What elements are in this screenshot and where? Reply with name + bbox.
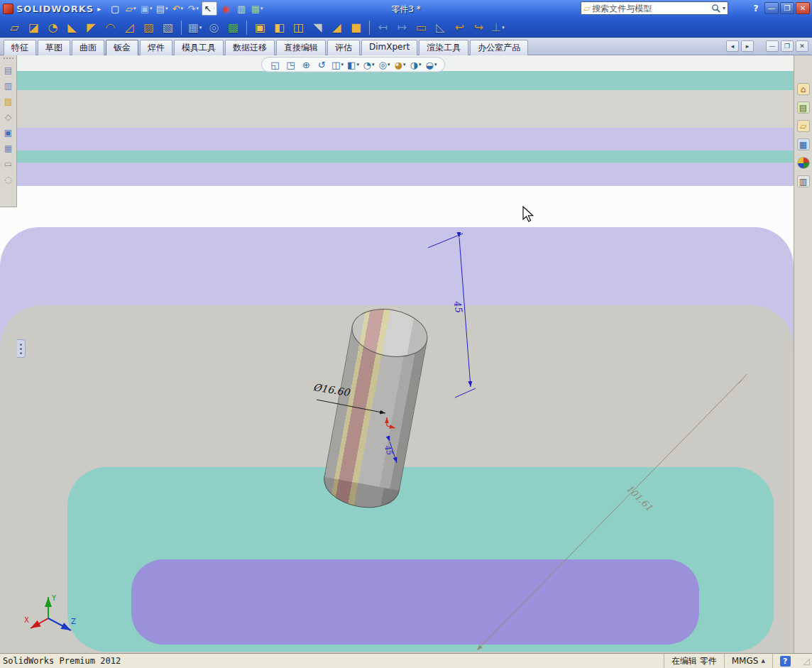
section-view-dropdown[interactable]: ▾ bbox=[341, 62, 344, 67]
zoom-to-area[interactable]: ◳ bbox=[284, 58, 297, 72]
search-magnifier-icon[interactable] bbox=[711, 4, 720, 13]
tab-钣金[interactable]: 钣金 bbox=[106, 40, 138, 56]
search-input[interactable] bbox=[592, 4, 709, 13]
document-close[interactable]: ✕ bbox=[796, 40, 808, 52]
pane-scroll-left[interactable]: ◂ bbox=[726, 40, 739, 52]
edit-appearance[interactable]: ◕▾ bbox=[393, 58, 407, 72]
cross-break[interactable]: ▧ bbox=[159, 19, 177, 37]
save-dropdown[interactable]: ▾ bbox=[150, 6, 153, 11]
status-units[interactable]: MMGS ▲ bbox=[724, 654, 772, 668]
brand-expand-icon[interactable]: ▸ bbox=[97, 5, 101, 13]
left-toolbar-tool-3[interactable]: ▨ bbox=[1, 94, 16, 108]
print[interactable]: ▤▾ bbox=[155, 1, 169, 16]
help-button[interactable]: ? bbox=[749, 2, 763, 14]
forming-tool[interactable]: ▣ bbox=[251, 19, 269, 37]
print-dropdown[interactable]: ▾ bbox=[165, 6, 168, 11]
left-toolbar-tool-6[interactable]: ▦ bbox=[1, 141, 16, 155]
tab-曲面[interactable]: 曲面 bbox=[72, 40, 104, 56]
save[interactable]: ▣▾ bbox=[139, 1, 153, 16]
tab-评估[interactable]: 评估 bbox=[327, 40, 360, 56]
search-box[interactable]: ▱ ▾ bbox=[581, 1, 728, 15]
tab-焊件[interactable]: 焊件 bbox=[140, 40, 172, 56]
view-settings[interactable]: ◒▾ bbox=[424, 58, 438, 72]
undo[interactable]: ↶▾ bbox=[170, 1, 185, 16]
miter-flange[interactable]: ◤ bbox=[82, 19, 100, 37]
tab-直接编辑[interactable]: 直接编辑 bbox=[276, 40, 326, 56]
select-tool-dropdown[interactable]: ▾ bbox=[212, 6, 215, 11]
custom-properties[interactable]: ▥ bbox=[795, 173, 812, 190]
apply-scene[interactable]: ◑▾ bbox=[409, 58, 422, 72]
document-restore[interactable]: ❐ bbox=[781, 40, 794, 52]
tab-模具工具[interactable]: 模具工具 bbox=[174, 40, 224, 56]
table[interactable]: ▦▾ bbox=[250, 1, 264, 16]
edge-flange[interactable]: ◣ bbox=[63, 19, 81, 37]
corner-relief[interactable]: ◫ bbox=[290, 19, 307, 37]
left-toolbar-tool-8[interactable]: ◌ bbox=[1, 173, 16, 186]
display-style[interactable]: ◔▾ bbox=[362, 58, 375, 72]
featuremanager-splitter[interactable] bbox=[17, 339, 26, 358]
graphics-viewport[interactable]: ◱◳⊕↺◫▾◧▾◔▾◎▾◕▾◑▾◒▾ bbox=[0, 55, 794, 653]
search-dropdown[interactable]: ▾ bbox=[723, 5, 725, 11]
extruded-cut[interactable]: ▦▾ bbox=[186, 19, 204, 37]
table-dropdown[interactable]: ▾ bbox=[260, 6, 263, 11]
tab-DimXpert[interactable]: DimXpert bbox=[361, 40, 417, 56]
left-toolbar-tool-2[interactable]: ▥ bbox=[1, 79, 16, 92]
hide-show-items[interactable]: ◎▾ bbox=[378, 58, 391, 72]
gusset[interactable]: ◧ bbox=[270, 19, 288, 37]
lofted-bend[interactable]: ◔ bbox=[44, 19, 62, 37]
undo-dropdown[interactable]: ▾ bbox=[180, 6, 183, 11]
section-view[interactable]: ◫▾ bbox=[331, 58, 344, 72]
hem[interactable]: ◠ bbox=[102, 19, 119, 37]
left-toolbar-tool-1[interactable]: ▤ bbox=[1, 63, 16, 77]
hide-show-items-dropdown[interactable]: ▾ bbox=[388, 62, 390, 67]
pane-scroll-right[interactable]: ▸ bbox=[741, 40, 754, 52]
tab-数据迁移[interactable]: 数据迁移 bbox=[225, 40, 275, 56]
display-style-dropdown[interactable]: ▾ bbox=[372, 62, 375, 67]
zoom-in-out[interactable]: ⊕ bbox=[300, 58, 313, 72]
convert-to-sheet-metal[interactable]: ◪ bbox=[25, 19, 43, 37]
zoom-to-fit[interactable]: ◱ bbox=[268, 58, 282, 72]
sketched-bend[interactable]: ▨ bbox=[140, 19, 158, 37]
apply-scene-dropdown[interactable]: ▾ bbox=[419, 62, 422, 67]
file-properties[interactable]: ▥ bbox=[234, 1, 248, 16]
fold[interactable]: ↦ bbox=[393, 19, 411, 37]
new-document[interactable]: ▢ bbox=[108, 1, 122, 16]
rebuild[interactable]: ◉ bbox=[219, 1, 233, 16]
view-settings-dropdown[interactable]: ▾ bbox=[434, 62, 437, 67]
status-help[interactable]: ? bbox=[772, 654, 798, 668]
tab-草图[interactable]: 草图 bbox=[38, 40, 70, 56]
tab-办公室产品[interactable]: 办公室产品 bbox=[470, 40, 528, 56]
left-toolbar-tool-5[interactable]: ▣ bbox=[1, 126, 16, 139]
close-button[interactable]: ✕ bbox=[796, 2, 810, 14]
base-flange[interactable]: ▱ bbox=[6, 19, 23, 37]
normal-cut[interactable]: ⊥▾ bbox=[489, 19, 507, 37]
rotate-view[interactable]: ↺ bbox=[315, 58, 329, 72]
file-explorer[interactable]: ▱ bbox=[795, 118, 812, 134]
tab-特征[interactable]: 特征 bbox=[4, 40, 36, 56]
open-document-dropdown[interactable]: ▾ bbox=[133, 6, 136, 11]
appearances-scenes[interactable] bbox=[795, 155, 812, 171]
view-orientation[interactable]: ◧▾ bbox=[346, 58, 360, 72]
vent[interactable]: ▩ bbox=[224, 19, 242, 37]
insert-bends[interactable]: ↩ bbox=[451, 19, 468, 37]
redo-dropdown[interactable]: ▾ bbox=[196, 6, 199, 11]
maximize-button[interactable]: ❐ bbox=[780, 2, 794, 14]
view-orientation-dropdown[interactable]: ▾ bbox=[356, 62, 359, 67]
document-minimize[interactable]: — bbox=[766, 40, 779, 52]
tab-渲染工具[interactable]: 渲染工具 bbox=[419, 40, 468, 56]
select-tool[interactable]: ↖▾ bbox=[202, 1, 217, 16]
design-library[interactable]: ▤ bbox=[795, 99, 812, 116]
open-document[interactable]: ▱▾ bbox=[124, 1, 138, 16]
toolbar-drag-handle[interactable] bbox=[4, 58, 13, 60]
extruded-cut-dropdown[interactable]: ▾ bbox=[199, 25, 202, 31]
closed-corner[interactable]: ■ bbox=[347, 19, 365, 37]
left-toolbar-tool-4[interactable]: ◇ bbox=[1, 110, 16, 124]
no-bends[interactable]: ↪ bbox=[470, 19, 488, 37]
break-corner[interactable]: ◢ bbox=[328, 19, 346, 37]
flatten[interactable]: ▭ bbox=[412, 19, 430, 37]
normal-cut-dropdown[interactable]: ▾ bbox=[502, 25, 505, 31]
welded-corner[interactable]: ◥ bbox=[309, 19, 327, 37]
edit-appearance-dropdown[interactable]: ▾ bbox=[403, 62, 406, 67]
minimize-button[interactable]: — bbox=[764, 2, 779, 14]
solidworks-resources[interactable]: ⌂ bbox=[795, 81, 812, 97]
